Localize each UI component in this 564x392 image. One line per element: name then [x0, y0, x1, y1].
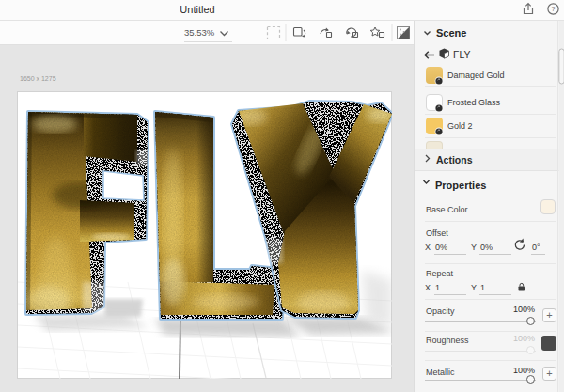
- svg-text:?: ?: [551, 5, 556, 13]
